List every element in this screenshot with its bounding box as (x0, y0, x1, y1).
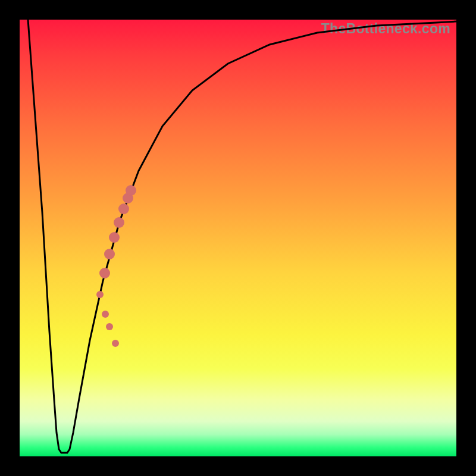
highlight-dot (99, 268, 110, 278)
bottleneck-curve (28, 20, 456, 453)
highlight-dot (126, 185, 136, 196)
chart-svg (20, 20, 456, 456)
highlight-segment (96, 185, 136, 347)
plot-area: TheBottleneck.com (20, 20, 456, 456)
highlight-dot (102, 311, 109, 318)
highlight-dot (118, 203, 129, 214)
highlight-dot (114, 217, 124, 228)
frame-border-bottom (0, 456, 476, 476)
frame-border-top (0, 0, 476, 20)
highlight-dot (106, 323, 113, 330)
highlight-dot (109, 232, 120, 243)
highlight-dot (112, 340, 119, 347)
frame-border-right (456, 0, 476, 476)
chart-frame: TheBottleneck.com (0, 0, 476, 476)
highlight-dot (104, 249, 115, 259)
highlight-dot (96, 291, 104, 298)
frame-border-left (0, 0, 20, 476)
